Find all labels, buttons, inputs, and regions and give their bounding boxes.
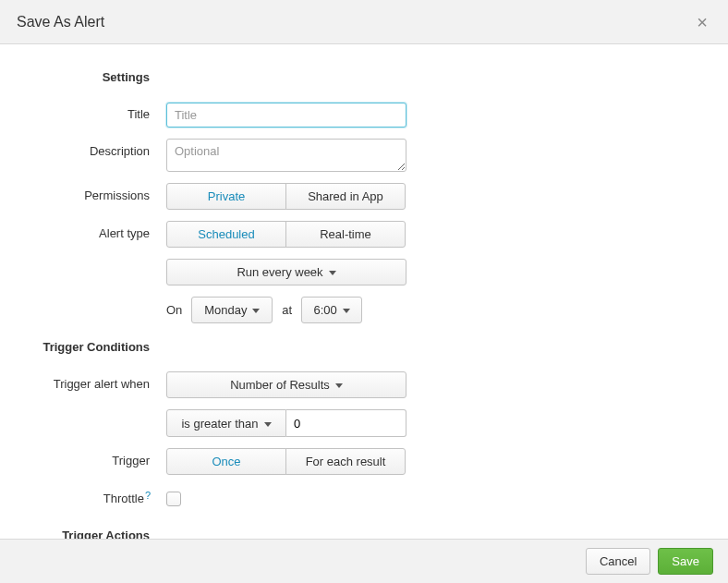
alert-type-realtime[interactable]: Real-time (285, 221, 406, 248)
trigger-conditions-heading: Trigger Conditions (28, 334, 166, 354)
chevron-down-icon (335, 383, 343, 388)
throttle-help-icon[interactable]: ? (145, 490, 151, 501)
close-button[interactable]: × (693, 9, 711, 35)
day-value: Monday (204, 303, 247, 317)
time-dropdown[interactable]: 6:00 (301, 297, 362, 323)
trigger-mode-label: Trigger (28, 448, 166, 468)
comparator-value: is greater than (181, 417, 258, 431)
save-button[interactable]: Save (658, 548, 713, 575)
trigger-mode-toggle: Once For each result (166, 448, 406, 475)
trigger-when-label: Trigger alert when (28, 371, 166, 391)
permissions-private[interactable]: Private (166, 183, 286, 210)
alert-type-toggle: Scheduled Real-time (166, 221, 406, 248)
modal-header: Save As Alert × (0, 0, 728, 44)
description-label: Description (28, 139, 166, 158)
trigger-each[interactable]: For each result (285, 448, 406, 475)
alert-type-label: Alert type (28, 221, 166, 240)
threshold-input[interactable] (286, 409, 406, 437)
throttle-label-wrap: Throttle? (28, 486, 166, 505)
cancel-button[interactable]: Cancel (586, 548, 650, 575)
close-icon: × (697, 12, 708, 32)
title-label: Title (28, 102, 166, 121)
settings-heading: Settings (28, 65, 166, 84)
alert-type-scheduled[interactable]: Scheduled (166, 221, 286, 248)
condition-type-dropdown[interactable]: Number of Results (166, 371, 406, 398)
condition-type-value: Number of Results (230, 378, 330, 392)
throttle-checkbox[interactable] (166, 492, 181, 506)
chevron-down-icon (252, 309, 260, 313)
trigger-once[interactable]: Once (166, 448, 286, 475)
at-label: at (273, 303, 301, 317)
on-label: On (166, 303, 191, 317)
chevron-down-icon (343, 309, 350, 313)
permissions-shared[interactable]: Shared in App (285, 183, 406, 210)
permissions-toggle: Private Shared in App (166, 183, 406, 210)
title-input[interactable] (166, 103, 406, 128)
chevron-down-icon (264, 422, 272, 427)
comparator-dropdown[interactable]: is greater than (166, 409, 286, 437)
modal-footer: Cancel Save (0, 539, 728, 583)
trigger-actions-heading: Trigger Actions (28, 523, 166, 539)
chevron-down-icon (329, 271, 336, 275)
schedule-label: Run every week (237, 265, 322, 279)
save-as-alert-modal: Save As Alert × Settings Title Descripti… (0, 0, 728, 583)
modal-body: Settings Title Description Permissions P… (0, 44, 728, 539)
modal-title: Save As Alert (17, 14, 104, 30)
description-textarea[interactable] (166, 139, 406, 172)
throttle-label: Throttle (103, 492, 144, 505)
schedule-dropdown[interactable]: Run every week (166, 259, 406, 285)
permissions-label: Permissions (28, 183, 166, 202)
day-dropdown[interactable]: Monday (191, 297, 273, 323)
time-value: 6:00 (314, 303, 337, 317)
